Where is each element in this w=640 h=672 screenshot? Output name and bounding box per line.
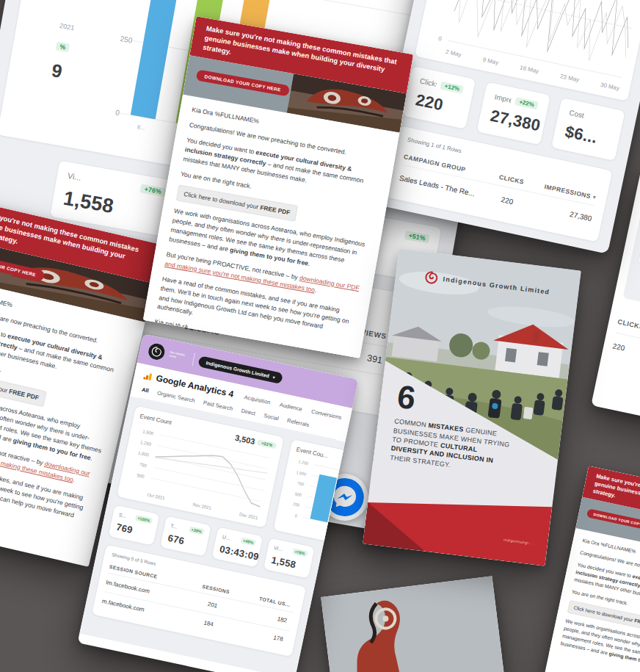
stat-clicks: Clicks+12% 220 xyxy=(401,65,477,130)
trend-badge: +51% xyxy=(404,231,430,244)
divider xyxy=(192,353,195,366)
email-body: Kia Ora %FULLNAME% Congratulations! We a… xyxy=(143,95,400,358)
agency-name: the nanahu room xyxy=(169,351,189,362)
tab-paid-search[interactable]: Paid Search xyxy=(203,400,233,412)
line-plot xyxy=(448,0,640,77)
sort-caret-icon[interactable]: ▾ xyxy=(592,194,597,201)
chart-section: Im... xyxy=(623,204,640,315)
tab-all[interactable]: All xyxy=(141,386,149,394)
stat-value: 676 xyxy=(167,532,202,550)
trend-badge: +49% xyxy=(240,537,255,546)
download-copy-button[interactable]: DOWNLOAD YOUR COPY HERE xyxy=(196,70,290,97)
tab-direct[interactable]: Direct xyxy=(241,408,256,417)
stat-value: 769 xyxy=(115,521,150,539)
stat-label: T... xyxy=(170,523,178,530)
trend-badge: +51% xyxy=(257,439,277,449)
email: Make sure you're not making these common… xyxy=(549,466,640,672)
stat-label: S... xyxy=(118,512,127,519)
cover-text: 6 COMMON MISTAKES GENUINE BUSINESSES MAK… xyxy=(390,380,516,477)
stat-total-users: T...+39% 676 xyxy=(159,515,212,557)
cell-clicks: 220 xyxy=(479,191,535,210)
website-text: indigenousgr... xyxy=(503,537,533,545)
email-body: Kia Ora %FULLNAME% Congratulations! We a… xyxy=(549,528,640,672)
text-bold: FREE PDF xyxy=(8,387,40,401)
maori-carving-photo xyxy=(321,576,506,672)
stat-label: Vi... xyxy=(67,171,82,182)
collage-stage: 2021 % 9 5002500 E...L...m...E...L...L..… xyxy=(0,0,640,672)
stat-sessions: S...+100% 769 xyxy=(108,504,161,546)
trend-badge: +22% xyxy=(514,97,538,109)
text: . xyxy=(314,286,317,294)
stat-value: 03:43:09 xyxy=(219,543,254,561)
trend-badge: +76% xyxy=(140,184,166,197)
stat-impressions: Impressions+22% 27,380 xyxy=(476,81,551,145)
cell-sessions: 184 xyxy=(183,615,234,632)
chevron-down-icon: ▾ xyxy=(272,374,275,379)
stat-label: U... xyxy=(222,534,230,541)
text: . xyxy=(308,260,310,267)
stat-label: Clicks xyxy=(419,77,437,89)
tab-organic-search[interactable]: Organic Search xyxy=(156,389,195,404)
cell-clicks: 220 xyxy=(612,333,640,368)
text: . xyxy=(73,476,76,483)
stat-cost: Cost $6... xyxy=(550,97,626,162)
text-bold: FREE PDF xyxy=(260,203,291,216)
cell-impressions: 27,380 xyxy=(533,203,592,223)
stat-label: Impressions xyxy=(494,93,512,104)
stat-engagement-time: U...+49% 03:43:09 xyxy=(211,526,263,568)
account-name: Indigenous Growth Limited xyxy=(206,360,270,378)
stat-label: Vi... xyxy=(274,545,283,552)
stat-views: Vi...+76% 1,558 xyxy=(263,537,316,579)
agency-logo-icon xyxy=(147,342,166,361)
trend-badge: +76% xyxy=(292,548,308,557)
text: Click here to download your xyxy=(183,190,261,211)
stat-value: 27,380 xyxy=(489,106,536,134)
tab-referrals[interactable]: Referrals xyxy=(286,417,310,428)
trend-badge: +39% xyxy=(189,526,204,535)
trend-badge: +12% xyxy=(440,82,464,94)
text-bold: FREE PDF xyxy=(634,618,640,629)
trend-badge: +100% xyxy=(135,515,153,524)
stat-value: 220 xyxy=(414,90,461,118)
pdf-cover-card: Indigenous Growth Limited 6 COMMON MISTA… xyxy=(363,248,581,566)
tab-social[interactable]: Social xyxy=(263,412,280,422)
text: . xyxy=(90,455,94,462)
koru-logo-icon xyxy=(423,270,440,286)
cell-total-users: 178 xyxy=(233,626,288,643)
stat-label: Cost xyxy=(568,109,584,120)
download-copy-button[interactable]: DOWNLOAD YOUR COPY HERE xyxy=(586,509,640,533)
google-analytics-icon xyxy=(142,370,153,381)
stat-value: 1,558 xyxy=(270,554,305,572)
carving-photo-card xyxy=(321,576,506,672)
stat-value: $6... xyxy=(563,122,610,150)
